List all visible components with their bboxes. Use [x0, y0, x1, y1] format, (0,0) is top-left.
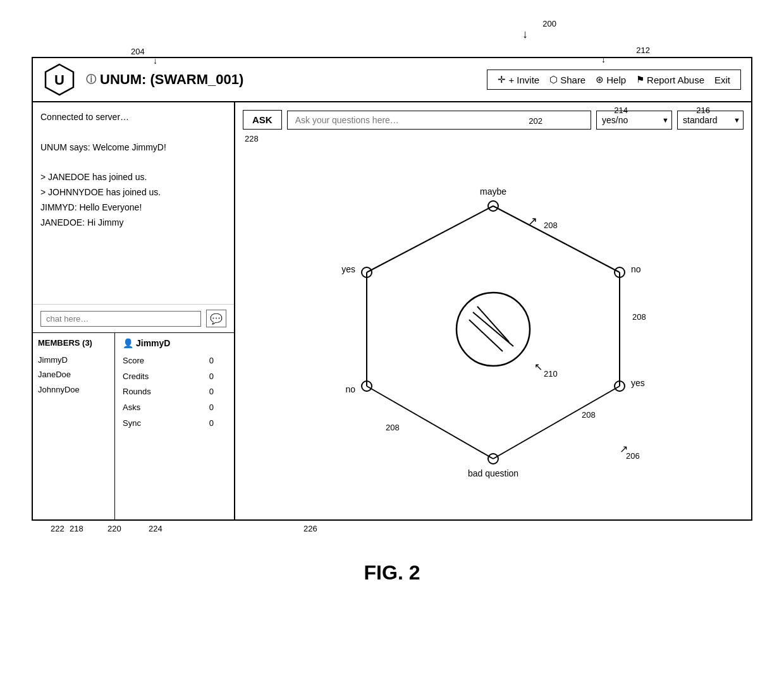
ref-222: 222	[51, 524, 64, 533]
yesno-select-wrapper: yes/no yes/maybe/no scale	[596, 111, 672, 130]
svg-text:208: 208	[632, 312, 646, 322]
stat-credits-value: 0	[209, 369, 214, 385]
member-3: JohnnyDoe	[38, 382, 109, 397]
invite-nav[interactable]: ✛ + Invite	[498, 74, 539, 85]
ask-button[interactable]: ASK	[243, 110, 282, 130]
svg-text:yes: yes	[341, 264, 355, 274]
svg-text:↖: ↖	[534, 361, 542, 372]
player-name: 👤 JimmyD	[123, 338, 226, 348]
stat-score: Score 0	[123, 353, 226, 369]
ask-input[interactable]	[287, 111, 591, 130]
chat-msg-5: JIMMYD: Hello Everyone!	[40, 200, 226, 215]
stat-asks-value: 0	[209, 400, 214, 416]
svg-line-2	[493, 206, 620, 272]
invite-label: + Invite	[508, 75, 539, 85]
svg-text:↗: ↗	[620, 444, 628, 454]
share-icon: ⬡	[549, 74, 558, 85]
stat-rounds-label: Rounds	[123, 384, 151, 400]
ref-212: 212	[636, 45, 650, 55]
svg-text:210: 210	[544, 369, 558, 379]
stat-credits-label: Credits	[123, 369, 149, 385]
diagram-wrapper: 200 ↓ U ⓘ UNUM: (SWARM_001) 204 ↓	[25, 13, 759, 585]
members-list: MEMBERS (3) JimmyD JaneDoe JohnnyDoe	[33, 333, 115, 519]
stat-sync: Sync 0	[123, 416, 226, 432]
svg-line-7	[367, 206, 493, 272]
svg-text:no: no	[631, 264, 641, 274]
brand-title: ⓘ UNUM: (SWARM_001)	[86, 71, 243, 88]
stat-sync-label: Sync	[123, 416, 141, 432]
help-label: Help	[606, 75, 626, 85]
help-icon: ⊛	[596, 74, 604, 85]
chat-msg-1: Connected to server…	[40, 110, 226, 125]
logo-hexagon: U	[43, 63, 76, 96]
arrow-212: ↓	[601, 54, 606, 64]
chat-input[interactable]	[40, 311, 201, 327]
stat-sync-value: 0	[209, 416, 214, 432]
send-icon: 💬	[210, 313, 223, 325]
ref-218: 218	[70, 524, 83, 533]
arrow-200: ↓	[522, 28, 528, 41]
member-1: JimmyD	[38, 353, 109, 367]
brand-name-text: UNUM: (SWARM_001)	[100, 71, 243, 88]
chat-send-button[interactable]: 💬	[206, 310, 226, 327]
content-area: Connected to server… UNUM says: Welcome …	[33, 102, 751, 519]
ref-224: 224	[149, 524, 162, 533]
info-icon: ⓘ	[86, 73, 96, 87]
chat-msg-3: > JANEDOE has joined us.	[40, 170, 226, 185]
chat-msg-6: JANEDOE: Hi Jimmy	[40, 215, 226, 231]
ref-228: 228	[245, 134, 259, 143]
sidebar: Connected to server… UNUM says: Welcome …	[33, 102, 235, 519]
standard-select[interactable]: standard weighted anonymous	[677, 111, 744, 130]
report-abuse-label: Report Abuse	[647, 75, 704, 85]
stat-asks: Asks 0	[123, 400, 226, 416]
chat-msg-4: > JOHNNYDOE has joined us.	[40, 185, 226, 200]
report-abuse-nav[interactable]: ⚑ Report Abuse	[636, 74, 704, 85]
svg-text:206: 206	[626, 451, 640, 461]
stat-rounds: Rounds 0	[123, 384, 226, 400]
arrow-204: ↓	[153, 56, 157, 66]
ref-202: 202	[529, 116, 542, 126]
chat-input-row: 💬	[33, 304, 234, 333]
member-2: JaneDoe	[38, 367, 109, 382]
header-bar: U ⓘ UNUM: (SWARM_001) 204 ↓ 212 ↓ ✛ + In…	[33, 58, 751, 102]
stat-score-value: 0	[209, 353, 214, 369]
user-icon: 👤	[123, 338, 133, 348]
ref-200: 200	[542, 19, 556, 28]
header-nav: 212 ↓ ✛ + Invite ⬡ Share ⊛ Help ⚑ Report…	[487, 70, 741, 90]
stat-score-label: Score	[123, 353, 144, 369]
exit-label: Exit	[714, 75, 730, 85]
game-area: ASK yes/no yes/maybe/no scale standard w…	[235, 102, 751, 519]
ref-216: 216	[696, 106, 710, 115]
stat-credits: Credits 0	[123, 369, 226, 385]
svg-text:208: 208	[386, 423, 400, 432]
stat-rounds-value: 0	[209, 384, 214, 400]
ref-226: 226	[303, 524, 317, 533]
help-nav[interactable]: ⊛ Help	[596, 74, 626, 85]
ref-204: 204	[131, 47, 145, 56]
svg-line-4	[493, 386, 620, 459]
svg-text:U: U	[54, 72, 64, 88]
svg-line-10	[477, 306, 509, 342]
svg-text:yes: yes	[631, 378, 645, 388]
ask-bar: ASK yes/no yes/maybe/no scale standard w…	[243, 110, 744, 130]
exit-nav[interactable]: Exit	[714, 75, 730, 85]
svg-text:208: 208	[544, 221, 558, 230]
svg-line-11	[469, 320, 503, 351]
yesno-select[interactable]: yes/no yes/maybe/no scale	[596, 111, 672, 130]
chat-msg-2: UNUM says: Welcome JimmyD!	[40, 140, 226, 155]
members-area: MEMBERS (3) JimmyD JaneDoe JohnnyDoe 👤 J…	[33, 333, 234, 519]
share-nav[interactable]: ⬡ Share	[549, 74, 585, 85]
share-label: Share	[560, 75, 585, 85]
svg-text:no: no	[345, 384, 355, 394]
ref-220: 220	[107, 524, 121, 533]
hex-svg: maybe no yes bad question no yes 208 ↗ 2…	[310, 168, 677, 484]
ref-214: 214	[614, 106, 628, 115]
player-name-text: JimmyD	[136, 338, 170, 348]
svg-text:208: 208	[582, 410, 596, 420]
standard-select-wrapper: standard weighted anonymous	[677, 111, 744, 130]
hex-container: maybe no yes bad question no yes 208 ↗ 2…	[243, 140, 744, 512]
stat-asks-label: Asks	[123, 400, 140, 416]
player-stats: 👤 JimmyD Score 0 Credits 0 Rounds	[115, 333, 234, 519]
svg-text:bad question: bad question	[468, 468, 518, 478]
members-header: MEMBERS (3)	[38, 338, 109, 348]
